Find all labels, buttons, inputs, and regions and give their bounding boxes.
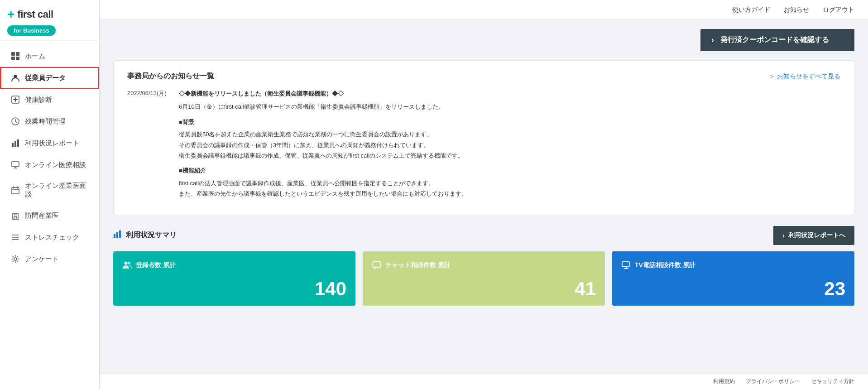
stat-card-chat: チャット相談件数 累計 41 — [363, 251, 605, 306]
sidebar-item-online-doctor[interactable]: オンライン産業医面談 — [0, 176, 99, 205]
notice-headline: ◇◆新機能をリリースしました（衛生委員会議事録機能）◆◇ — [179, 88, 467, 99]
summary-report-button[interactable]: › 利用状況レポートへ — [773, 226, 854, 245]
svg-point-18 — [128, 262, 130, 264]
persons-icon — [122, 260, 132, 270]
logo-plus-icon: + — [7, 8, 14, 21]
report-btn-label: 利用状況レポートへ — [788, 231, 845, 240]
stat-card-tv-label: TV電話相談件数 累計 — [621, 260, 845, 270]
svg-rect-11 — [12, 187, 19, 194]
sidebar: + first call for Business ホーム — [0, 0, 100, 389]
notice-section-body-0: 従業員数50名を超えた企業の産業衛生業務で必須な業務の一つに衛生委員会の設置があ… — [179, 129, 467, 161]
grid-icon — [10, 51, 20, 61]
sidebar-item-online-doctor-label: オンライン産業医面談 — [25, 182, 90, 199]
sidebar-item-overtime[interactable]: 残業時間管理 — [0, 110, 99, 132]
summary-header: 利用状況サマリ › 利用状況レポートへ — [113, 226, 854, 245]
sidebar-item-health[interactable]: 健康診断 — [0, 89, 99, 110]
sidebar-item-online-consult-label: オンライン医療相談 — [25, 161, 86, 169]
bar-chart-summary-icon — [113, 230, 122, 241]
footer: 利用規約 プライバシーポリシー セキュリティ方針 — [100, 374, 868, 389]
logout-link[interactable]: ログアウト — [823, 6, 854, 14]
bar-chart-icon — [10, 138, 20, 148]
notice-sub-headline: 6月10日（金）にfirst call健診管理サービスの新機能「衛生委員会議事録… — [179, 101, 467, 112]
guide-link[interactable]: 使い方ガイド — [732, 6, 770, 14]
sidebar-item-stress-check-label: ストレスチェック — [25, 233, 79, 242]
clock-icon — [10, 116, 20, 126]
settings-icon — [10, 254, 20, 264]
sidebar-item-stress-check[interactable]: ストレスチェック — [0, 226, 99, 248]
sidebar-item-home-label: ホーム — [25, 52, 45, 61]
sidebar-item-overtime-label: 残業時間管理 — [25, 117, 66, 126]
svg-rect-2 — [11, 57, 15, 60]
stat-card-tv-value: 23 — [621, 279, 845, 298]
stat-card-chat-value: 41 — [372, 279, 596, 298]
coupon-label: 発行済クーポンコードを確認する — [720, 35, 829, 45]
notice-box: 事務局からのお知らせ一覧 ＞ お知らせをすべて見る 2022/06/13(月) … — [113, 60, 854, 215]
main-wrapper: 使い方ガイド お知らせ ログアウト › 発行済クーポンコードを確認する 事務局か… — [100, 0, 868, 389]
menu-icon — [10, 232, 20, 242]
summary-title: 利用状況サマリ — [113, 230, 177, 241]
notice-section-title-0: ■背景 — [179, 117, 467, 127]
stat-card-tv-consult: TV電話相談件数 累計 23 — [612, 251, 854, 306]
chat-icon — [372, 260, 382, 270]
stat-card-registrations-label: 登録者数 累計 — [122, 260, 346, 270]
calendar-icon — [10, 185, 20, 195]
svg-rect-3 — [16, 57, 19, 60]
building-icon — [10, 211, 20, 221]
sidebar-item-survey[interactable]: アンケート — [0, 248, 99, 270]
notice-title: 事務局からのお知らせ一覧 — [127, 72, 214, 81]
svg-rect-0 — [11, 52, 15, 56]
monitor-icon — [10, 160, 20, 170]
svg-rect-9 — [17, 139, 19, 147]
svg-rect-8 — [14, 141, 16, 147]
logo-area: + first call for Business — [0, 0, 99, 41]
footer-terms-link[interactable]: 利用規約 — [713, 378, 735, 385]
footer-privacy-link[interactable]: プライバシーポリシー — [746, 378, 800, 385]
notice-all-link[interactable]: ＞ お知らせをすべて見る — [769, 72, 840, 81]
notice-item: 2022/06/13(月) ◇◆新機能をリリースしました（衛生委員会議事録機能）… — [127, 88, 840, 199]
svg-rect-14 — [114, 234, 115, 238]
stat-card-registrations-value: 140 — [122, 279, 346, 298]
tv-icon — [621, 260, 631, 270]
notice-body: ◇◆新機能をリリースしました（衛生委員会議事録機能）◆◇ 6月10日（金）にfi… — [179, 88, 467, 199]
notice-date: 2022/06/13(月) — [127, 88, 168, 199]
notice-header: 事務局からのお知らせ一覧 ＞ お知らせをすべて見る — [127, 72, 840, 81]
plus-box-icon — [10, 95, 20, 105]
sidebar-nav: ホーム 従業員データ 健康診断 — [0, 41, 99, 389]
sidebar-item-employee[interactable]: 従業員データ — [0, 67, 99, 89]
notice-section-body-1: first callの法人管理画面で議事録作成後、産業医、従業員へ公開範囲を指定… — [179, 178, 467, 199]
sidebar-item-health-label: 健康診断 — [25, 96, 52, 104]
sidebar-item-online-consult[interactable]: オンライン医療相談 — [0, 154, 99, 176]
notice-section-title-1: ■機能紹介 — [179, 165, 467, 176]
stat-card-registrations: 登録者数 累計 140 — [113, 251, 355, 306]
logo-text: first call — [17, 9, 53, 20]
stats-cards-row: 登録者数 累計 140 チャット相談件数 累計 41 — [113, 251, 854, 306]
report-btn-arrow: › — [782, 232, 785, 239]
svg-point-17 — [125, 261, 128, 264]
sidebar-item-usage-report[interactable]: 利用状況レポート — [0, 132, 99, 154]
header: 使い方ガイド お知らせ ログアウト — [100, 0, 868, 20]
summary-title-text: 利用状況サマリ — [126, 231, 177, 240]
svg-rect-7 — [12, 143, 14, 147]
logo-badge: for Business — [7, 25, 56, 36]
svg-rect-16 — [119, 231, 121, 238]
sidebar-item-home[interactable]: ホーム — [0, 45, 99, 67]
news-link[interactable]: お知らせ — [784, 6, 809, 14]
sidebar-item-survey-label: アンケート — [25, 255, 59, 264]
svg-rect-15 — [116, 232, 118, 238]
sidebar-item-employee-label: 従業員データ — [25, 74, 66, 82]
svg-rect-19 — [373, 262, 381, 267]
sidebar-item-usage-report-label: 利用状況レポート — [25, 139, 79, 148]
svg-point-13 — [14, 258, 17, 260]
content-area: › 発行済クーポンコードを確認する 事務局からのお知らせ一覧 ＞ お知らせをすべ… — [100, 20, 868, 374]
sidebar-item-visit-doctor-label: 訪問産業医 — [25, 211, 59, 220]
coupon-banner[interactable]: › 発行済クーポンコードを確認する — [700, 29, 854, 51]
sidebar-item-visit-doctor[interactable]: 訪問産業医 — [0, 205, 99, 226]
person-icon — [10, 73, 20, 83]
svg-rect-1 — [16, 52, 19, 56]
footer-security-link[interactable]: セキュリティ方針 — [811, 378, 854, 385]
svg-rect-20 — [622, 262, 629, 267]
stat-card-chat-label: チャット相談件数 累計 — [372, 260, 596, 270]
svg-rect-10 — [12, 162, 19, 167]
svg-rect-12 — [13, 213, 18, 219]
summary-section: 利用状況サマリ › 利用状況レポートへ — [113, 226, 854, 306]
